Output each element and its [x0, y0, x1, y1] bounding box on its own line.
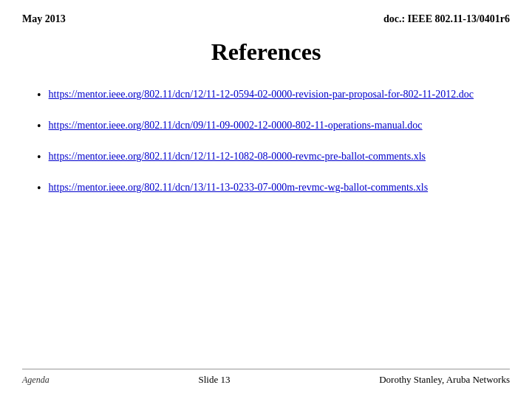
- header-doc: doc.: IEEE 802.11-13/0401r6: [383, 13, 510, 25]
- bullet-icon: •: [37, 180, 41, 197]
- content-area: •https://mentor.ieee.org/802.11/dcn/12/1…: [22, 86, 510, 369]
- footer-author: Dorothy Stanley, Aruba Networks: [379, 374, 510, 386]
- references-list: •https://mentor.ieee.org/802.11/dcn/12/1…: [37, 86, 495, 197]
- footer-agenda: Agenda: [22, 375, 50, 386]
- list-item: •https://mentor.ieee.org/802.11/dcn/12/1…: [37, 149, 495, 166]
- list-item: •https://mentor.ieee.org/802.11/dcn/09/1…: [37, 117, 495, 135]
- bullet-icon: •: [37, 86, 41, 104]
- bullet-icon: •: [37, 149, 41, 166]
- list-item: •https://mentor.ieee.org/802.11/dcn/13/1…: [37, 180, 495, 197]
- page-title: References: [22, 38, 510, 66]
- slide: May 2013 doc.: IEEE 802.11-13/0401r6 Ref…: [0, 0, 532, 399]
- list-item: •https://mentor.ieee.org/802.11/dcn/12/1…: [37, 86, 495, 104]
- reference-link-2[interactable]: https://mentor.ieee.org/802.11/dcn/09/11…: [49, 117, 423, 134]
- header-date: May 2013: [22, 13, 66, 25]
- bullet-icon: •: [37, 117, 41, 135]
- reference-link-3[interactable]: https://mentor.ieee.org/802.11/dcn/12/11…: [49, 149, 426, 165]
- footer: Agenda Slide 13 Dorothy Stanley, Aruba N…: [22, 369, 510, 386]
- footer-slide: Slide 13: [198, 374, 230, 386]
- header: May 2013 doc.: IEEE 802.11-13/0401r6: [22, 13, 510, 25]
- reference-link-1[interactable]: https://mentor.ieee.org/802.11/dcn/12/11…: [49, 86, 474, 103]
- reference-link-4[interactable]: https://mentor.ieee.org/802.11/dcn/13/11…: [49, 180, 429, 196]
